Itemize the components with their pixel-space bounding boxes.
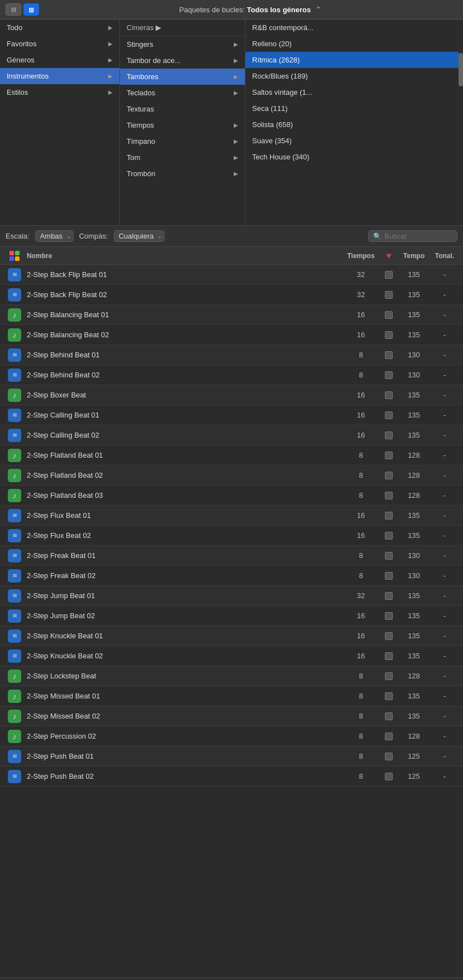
col2-item[interactable]: Tambor de ace...▶	[120, 52, 245, 69]
row-favorite-checkbox[interactable]	[380, 652, 397, 660]
row-favorite-checkbox[interactable]	[380, 672, 397, 680]
row-favorite-checkbox[interactable]	[380, 572, 397, 580]
table-row[interactable]: ≋ 2-Step Knuckle Beat 02 16 135 -	[0, 646, 463, 666]
col2-item[interactable]: Trombón▶	[120, 166, 245, 182]
col2-item[interactable]: Stingers▶	[120, 36, 245, 52]
checkbox[interactable]	[385, 351, 393, 359]
table-row[interactable]: ♪ 2-Step Boxer Beat 16 135 -	[0, 385, 463, 405]
row-favorite-checkbox[interactable]	[380, 712, 397, 720]
checkbox[interactable]	[385, 331, 393, 339]
table-row[interactable]: ≋ 2-Step Back Flip Beat 02 32 135 -	[0, 285, 463, 305]
row-favorite-checkbox[interactable]	[380, 552, 397, 560]
checkbox[interactable]	[385, 632, 393, 640]
checkbox[interactable]	[385, 472, 393, 479]
table-row[interactable]: ≋ 2-Step Freak Beat 01 8 130 -	[0, 546, 463, 566]
col1-item[interactable]: Todo▶	[0, 20, 119, 36]
checkbox[interactable]	[385, 732, 393, 740]
checkbox[interactable]	[385, 371, 393, 379]
table-row[interactable]: ≋ 2-Step Calling Beat 02 16 135 -	[0, 425, 463, 445]
row-favorite-checkbox[interactable]	[380, 753, 397, 760]
checkbox[interactable]	[385, 492, 393, 499]
row-favorite-checkbox[interactable]	[380, 391, 397, 399]
col3-item[interactable]: Tech House (340)	[245, 149, 463, 165]
table-row[interactable]: ♪ 2-Step Flatland Beat 01 8 128 -	[0, 445, 463, 465]
checkbox[interactable]	[385, 672, 393, 680]
row-favorite-checkbox[interactable]	[380, 773, 397, 780]
col2-item[interactable]: Texturas	[120, 101, 245, 117]
table-row[interactable]: ≋ 2-Step Jump Beat 01 32 135 -	[0, 586, 463, 606]
checkbox[interactable]	[385, 311, 393, 319]
checkbox[interactable]	[385, 552, 393, 560]
checkbox[interactable]	[385, 652, 393, 660]
table-row[interactable]: ≋ 2-Step Behind Beat 02 8 130 -	[0, 365, 463, 385]
table-row[interactable]: ≋ 2-Step Flux Beat 01 16 135 -	[0, 506, 463, 526]
row-favorite-checkbox[interactable]	[380, 472, 397, 479]
col2-item[interactable]: Tiempos▶	[120, 117, 245, 133]
table-row[interactable]: ♪ 2-Step Flatland Beat 02 8 128 -	[0, 465, 463, 486]
table-row[interactable]: ≋ 2-Step Knuckle Beat 01 16 135 -	[0, 626, 463, 646]
table-row[interactable]: ≋ 2-Step Flux Beat 02 16 135 -	[0, 526, 463, 546]
row-favorite-checkbox[interactable]	[380, 411, 397, 419]
scrollbar-thumb[interactable]	[459, 53, 463, 86]
checkbox[interactable]	[385, 391, 393, 399]
escala-select[interactable]: Ambas	[35, 230, 74, 242]
row-favorite-checkbox[interactable]	[380, 732, 397, 740]
table-row[interactable]: ♪ 2-Step Missed Beat 01 8 135 -	[0, 686, 463, 706]
checkbox[interactable]	[385, 291, 393, 299]
row-favorite-checkbox[interactable]	[380, 431, 397, 439]
view-grid-button[interactable]: ▦	[23, 3, 39, 16]
row-favorite-checkbox[interactable]	[380, 492, 397, 499]
checkbox[interactable]	[385, 572, 393, 580]
row-favorite-checkbox[interactable]	[380, 612, 397, 620]
col2-item[interactable]: Tímpano▶	[120, 133, 245, 149]
col3-item[interactable]: Seca (111)	[245, 100, 463, 117]
checkbox[interactable]	[385, 411, 393, 419]
table-row[interactable]: ≋ 2-Step Push Beat 02 8 125 -	[0, 766, 463, 787]
row-favorite-checkbox[interactable]	[380, 692, 397, 700]
table-row[interactable]: ♪ 2-Step Balancing Beat 01 16 135 -	[0, 305, 463, 325]
table-row[interactable]: ♪ 2-Step Lockstep Beat 8 128 -	[0, 666, 463, 686]
checkbox[interactable]	[385, 612, 393, 620]
checkbox[interactable]	[385, 271, 393, 279]
checkbox[interactable]	[385, 692, 393, 700]
checkbox[interactable]	[385, 532, 393, 540]
col1-item[interactable]: Estilos▶	[0, 84, 119, 100]
row-favorite-checkbox[interactable]	[380, 371, 397, 379]
col2-item[interactable]: Tom▶	[120, 149, 245, 166]
col3-item[interactable]: Suave (354)	[245, 133, 463, 149]
table-row[interactable]: ≋ 2-Step Calling Beat 01 16 135 -	[0, 405, 463, 425]
col1-item[interactable]: Géneros▶	[0, 52, 119, 68]
checkbox[interactable]	[385, 452, 393, 459]
col3-item[interactable]: Relleno (20)	[245, 36, 463, 52]
table-row[interactable]: ≋ 2-Step Back Flip Beat 01 32 135 -	[0, 265, 463, 285]
col2-item[interactable]: Tambores▶	[120, 69, 245, 85]
table-row[interactable]: ≋ 2-Step Push Beat 01 8 125 -	[0, 746, 463, 766]
row-favorite-checkbox[interactable]	[380, 271, 397, 279]
row-favorite-checkbox[interactable]	[380, 351, 397, 359]
checkbox[interactable]	[385, 592, 393, 600]
table-row[interactable]: ♪ 2-Step Missed Beat 02 8 135 -	[0, 706, 463, 726]
row-favorite-checkbox[interactable]	[380, 331, 397, 339]
col3-item[interactable]: Solista (658)	[245, 117, 463, 133]
row-favorite-checkbox[interactable]	[380, 632, 397, 640]
col2-item[interactable]: Teclados▶	[120, 85, 245, 101]
checkbox[interactable]	[385, 753, 393, 760]
row-favorite-checkbox[interactable]	[380, 311, 397, 319]
col3-item[interactable]: Rock/Blues (189)	[245, 68, 463, 84]
search-input[interactable]	[384, 232, 452, 240]
col1-item[interactable]: Instrumentos▶	[0, 68, 119, 84]
col3-item[interactable]: R&B contemporá...	[245, 20, 463, 36]
row-favorite-checkbox[interactable]	[380, 532, 397, 540]
row-favorite-checkbox[interactable]	[380, 592, 397, 600]
table-row[interactable]: ≋ 2-Step Freak Beat 02 8 130 -	[0, 566, 463, 586]
row-favorite-checkbox[interactable]	[380, 452, 397, 459]
table-row[interactable]: ≋ 2-Step Behind Beat 01 8 130 -	[0, 345, 463, 365]
genre-dropdown-icon[interactable]: ⌃	[315, 5, 322, 14]
checkbox[interactable]	[385, 773, 393, 780]
compas-select[interactable]: Cualquiera	[114, 230, 165, 242]
row-favorite-checkbox[interactable]	[380, 512, 397, 520]
table-row[interactable]: ♪ 2-Step Percussion 02 8 128 -	[0, 726, 463, 746]
col3-item[interactable]: Saltos vintage (1...	[245, 84, 463, 100]
view-list-button[interactable]: ⊟	[6, 3, 21, 16]
col1-item[interactable]: Favoritos▶	[0, 36, 119, 52]
